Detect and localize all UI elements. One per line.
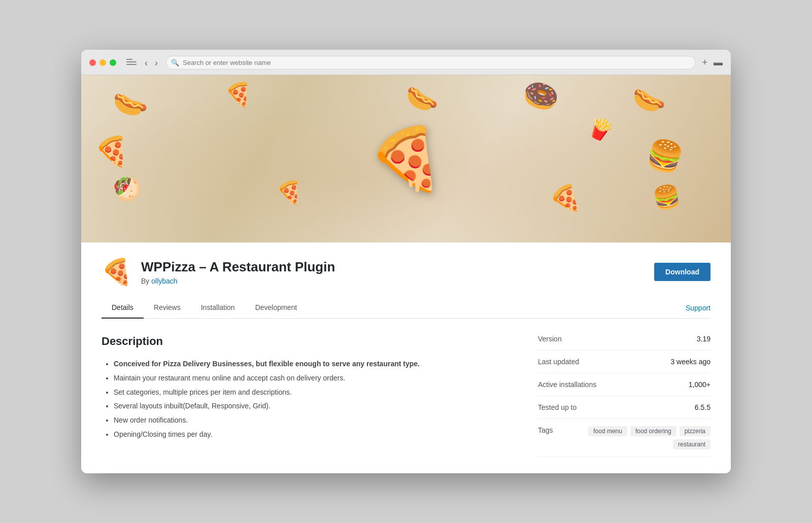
maximize-button[interactable] [110, 59, 116, 66]
browser-content: 🌭 🍕 🌭 🍩 🌭 🍕 🥙 🍕 🍕 🍔 🍔 🍟 🍕 🍕 WPPiz [81, 75, 731, 473]
food-burger2: 🍔 [651, 181, 684, 213]
plugin-section: 🍕 WPPizza – A Restaurant Plugin By ollyb… [81, 242, 731, 319]
tags-container: food menu food ordering pizzeria restaur… [553, 426, 710, 449]
address-bar-wrap: 🔍 [166, 56, 696, 69]
food-pizza4: 🍕 [547, 182, 582, 215]
description-section: Description Conceived for Pizza Delivery… [101, 335, 518, 457]
sidebar-toggle-icon[interactable] [126, 59, 137, 67]
plugin-author: By ollybach [141, 277, 335, 285]
download-button[interactable]: Download [654, 263, 710, 281]
version-row: Version 3.19 [538, 335, 710, 351]
food-hotdog2: 🌭 [405, 82, 439, 114]
list-item: Maintain your restaurant menu online and… [114, 372, 518, 385]
last-updated-label: Last updated [538, 358, 579, 366]
close-button[interactable] [89, 59, 96, 66]
plugin-title: WPPizza – A Restaurant Plugin [141, 259, 335, 275]
author-link[interactable]: ollybach [151, 277, 177, 285]
tab-list: Details Reviews Installation Development [101, 297, 307, 318]
search-icon: 🔍 [171, 59, 179, 66]
meta-sidebar: Version 3.19 Last updated 3 weeks ago Ac… [538, 335, 710, 457]
chrome-actions: + ▬ [702, 57, 723, 68]
plugin-title-area: WPPizza – A Restaurant Plugin By ollybac… [141, 259, 335, 285]
tag-pizzeria[interactable]: pizzeria [680, 426, 710, 436]
tab-installation[interactable]: Installation [191, 297, 245, 319]
food-pizza3: 🍕 [275, 177, 304, 205]
tested-value: 6.5.5 [695, 403, 710, 411]
list-item: Opening/Closing times per day. [114, 429, 518, 441]
active-installs-label: Active installations [538, 380, 596, 389]
food-pizza2: 🍕 [93, 132, 131, 169]
last-updated-value: 3 weeks ago [670, 358, 710, 366]
description-heading: Description [101, 335, 518, 348]
active-installs-value: 1,000+ [689, 380, 710, 389]
address-input[interactable] [166, 56, 696, 69]
new-tab-button[interactable]: + [702, 57, 707, 68]
plugin-identity: 🍕 WPPizza – A Restaurant Plugin By ollyb… [101, 257, 335, 287]
list-item-bold: Conceived for Pizza Delivery Businesses,… [114, 360, 420, 368]
tested-row: Tested up to 6.5.5 [538, 396, 710, 419]
browser-chrome: ‹ › 🔍 + ▬ [81, 50, 731, 75]
list-item: Conceived for Pizza Delivery Businesses,… [114, 358, 518, 370]
tab-reviews[interactable]: Reviews [144, 297, 191, 319]
hero-image: 🌭 🍕 🌭 🍩 🌭 🍕 🥙 🍕 🍕 🍔 🍔 🍟 🍕 [81, 75, 731, 242]
tags-label: Tags [538, 426, 553, 449]
author-prefix: By [141, 277, 151, 285]
traffic-lights [89, 59, 116, 66]
version-value: 3.19 [697, 335, 710, 343]
version-label: Version [538, 335, 562, 343]
tested-label: Tested up to [538, 403, 577, 411]
tab-overview-button[interactable]: ▬ [714, 57, 723, 68]
list-item: Several layouts inbuilt(Default, Respons… [114, 400, 518, 412]
list-item: Set categories, multiple prices per item… [114, 387, 518, 399]
pizza-hero-center: 🍕 [368, 123, 444, 195]
forward-button[interactable]: › [153, 58, 160, 67]
minimize-button[interactable] [99, 59, 106, 66]
food-hotdog3: 🌭 [631, 83, 667, 117]
tag-restaurant[interactable]: restaurant [673, 439, 710, 449]
back-button[interactable]: ‹ [143, 58, 150, 67]
nav-arrows: ‹ › [143, 58, 160, 67]
browser-window: ‹ › 🔍 + ▬ 🌭 🍕 🌭 🍩 🌭 🍕 [81, 50, 731, 473]
food-pizza-sketch: 🍕 [222, 78, 254, 109]
tag-food-ordering[interactable]: food ordering [630, 426, 676, 436]
tab-development[interactable]: Development [245, 297, 308, 319]
plugin-header: 🍕 WPPizza – A Restaurant Plugin By ollyb… [101, 257, 710, 287]
tags-row: Tags food menu food ordering pizzeria re… [538, 419, 710, 457]
tag-food-menu[interactable]: food menu [588, 426, 627, 436]
support-link[interactable]: Support [686, 298, 710, 318]
active-installs-row: Active installations 1,000+ [538, 373, 710, 396]
plugin-tabs: Details Reviews Installation Development… [101, 297, 710, 319]
tab-details[interactable]: Details [101, 297, 144, 319]
list-item: New order notifications. [114, 414, 518, 427]
last-updated-row: Last updated 3 weeks ago [538, 351, 710, 373]
main-content: Description Conceived for Pizza Delivery… [81, 319, 731, 473]
plugin-icon: 🍕 [101, 257, 132, 287]
description-list: Conceived for Pizza Delivery Businesses,… [101, 358, 518, 441]
